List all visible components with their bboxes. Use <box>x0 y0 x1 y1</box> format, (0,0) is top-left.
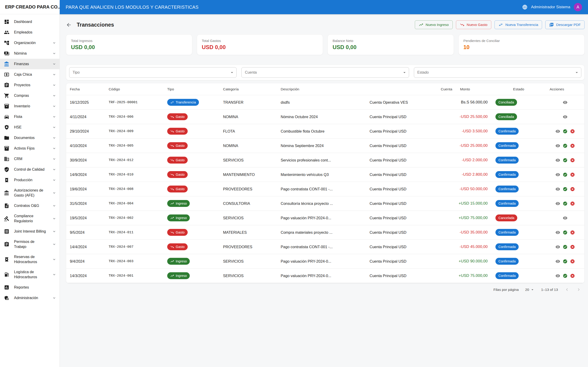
check-circle-icon[interactable] <box>563 172 568 177</box>
estado-badge: Conciliada <box>495 113 517 120</box>
check-circle-icon[interactable] <box>563 259 568 264</box>
avatar[interactable]: A <box>574 3 582 11</box>
estado-badge: Confirmada <box>495 200 519 207</box>
rows-per-page-select[interactable]: 20 <box>525 287 535 292</box>
chevron-down-icon <box>52 41 56 45</box>
filter-select[interactable]: Tipo <box>69 67 237 78</box>
chevron-down-icon <box>52 146 56 150</box>
check-circle-icon[interactable] <box>563 244 568 249</box>
sidebar-item[interactable]: Permisos de Trabajo <box>0 237 60 252</box>
sidebar-item[interactable]: Compliance Regulatorio <box>0 211 60 226</box>
sidebar-item[interactable]: Reservas de Hidrocarburos <box>0 252 60 267</box>
eye-icon[interactable] <box>555 273 560 278</box>
sidebar-item[interactable]: Nómina <box>0 48 60 59</box>
eye-icon[interactable] <box>555 129 560 134</box>
sidebar-item[interactable]: Organización <box>0 38 60 48</box>
row-actions <box>550 100 581 105</box>
back-button[interactable] <box>66 22 72 28</box>
sidebar-item[interactable]: Finanzas <box>0 59 60 69</box>
cancel-icon[interactable] <box>570 230 575 235</box>
eye-icon[interactable] <box>555 259 560 264</box>
header-action-button[interactable]: Nuevo Ingreso <box>415 20 453 29</box>
tipo-badge-label: Gasto <box>176 245 185 249</box>
sidebar-item[interactable]: Reportes <box>0 282 60 293</box>
cancel-icon[interactable] <box>570 201 575 206</box>
sidebar-item[interactable]: Inventario <box>0 101 60 111</box>
eye-icon[interactable] <box>555 244 560 249</box>
filter-select[interactable]: Cuenta <box>242 67 409 78</box>
estado-badge: Confirmada <box>495 243 519 250</box>
cell-tipo: Gasto <box>167 229 223 236</box>
next-page-button[interactable] <box>576 287 581 292</box>
sidebar-item[interactable]: Logística de Hidrocarburos <box>0 267 60 282</box>
cancel-icon[interactable] <box>570 187 575 192</box>
estado-badge: Confirmada <box>495 258 519 265</box>
tipo-badge: Ingreso <box>167 215 190 221</box>
header-action-button[interactable]: Descargar PDF <box>545 20 585 29</box>
sidebar-item[interactable]: HSE <box>0 122 60 133</box>
cell-codigo: TRX-2024-002 <box>109 216 167 220</box>
cell-estado: Confirmada <box>488 171 550 178</box>
chevron-down-icon <box>52 62 56 66</box>
cell-monto: -USD 2.000,00 <box>452 158 488 162</box>
sidebar-item[interactable]: Activos Fijos <box>0 143 60 154</box>
sidebar-item[interactable]: Contratos O&G <box>0 200 60 211</box>
header-action-button[interactable]: Nueva Transferencia <box>494 20 542 29</box>
cell-fecha: 4/11/2024 <box>70 115 109 119</box>
rows-per-page-value: 20 <box>525 288 529 292</box>
sidebar-item[interactable]: Flota <box>0 111 60 122</box>
document-icon <box>4 203 9 209</box>
eye-icon[interactable] <box>555 187 560 192</box>
sidebar-item[interactable]: Empleados <box>0 27 60 38</box>
cancel-icon[interactable] <box>570 273 575 278</box>
check-circle-icon[interactable] <box>563 230 568 235</box>
cell-categoria: MANTENIMIENTO <box>223 173 281 177</box>
filter-select[interactable]: Estado <box>414 67 581 78</box>
sidebar-item[interactable]: Autorizaciones de Gasto (AFE) <box>0 185 60 200</box>
cancel-icon[interactable] <box>570 143 575 148</box>
eye-icon[interactable] <box>563 115 568 119</box>
sidebar-item[interactable]: Control de Calidad <box>0 164 60 175</box>
eye-icon[interactable] <box>563 100 568 105</box>
cancel-icon[interactable] <box>570 129 575 134</box>
check-circle-icon[interactable] <box>563 201 568 206</box>
prev-page-button[interactable] <box>564 287 570 292</box>
sidebar-item[interactable]: Compras <box>0 90 60 101</box>
eye-icon[interactable] <box>563 216 568 220</box>
eye-icon[interactable] <box>555 201 560 206</box>
sidebar-item-label: Empleados <box>14 30 56 35</box>
cancel-icon[interactable] <box>570 259 575 264</box>
check-circle-icon[interactable] <box>563 143 568 148</box>
sidebar-item-label: CRM <box>14 156 48 161</box>
cancel-icon[interactable] <box>570 244 575 249</box>
cell-cuenta: Cuenta Operativa VES <box>370 100 452 105</box>
eye-icon[interactable] <box>555 172 560 177</box>
card-value: USD 0,00 <box>71 44 187 50</box>
sidebar-item[interactable]: Documentos <box>0 133 60 143</box>
sidebar-item[interactable]: Producción <box>0 175 60 185</box>
sidebar-item[interactable]: Proyectos <box>0 80 60 90</box>
globe-icon[interactable] <box>522 4 527 10</box>
table-row: 9/5/2024 TRX-2024-011 Gasto MATERIALES C… <box>66 225 584 240</box>
eye-icon[interactable] <box>555 230 560 235</box>
sidebar-item[interactable]: Joint Interest Billing <box>0 226 60 237</box>
dropdown-arrow-icon <box>574 70 579 75</box>
cell-monto: -USD 25.000,00 <box>452 143 488 148</box>
sidebar-item[interactable]: Administración <box>0 293 60 303</box>
eye-icon[interactable] <box>555 143 560 148</box>
eye-icon[interactable] <box>555 158 560 163</box>
cell-fecha: 14/3/2024 <box>70 274 109 278</box>
header-action-button[interactable]: Nuevo Gasto <box>456 20 491 29</box>
sidebar-item[interactable]: Caja Chica <box>0 69 60 80</box>
check-circle-icon[interactable] <box>563 273 568 278</box>
cancel-icon[interactable] <box>570 172 575 177</box>
cell-tipo: Ingreso <box>167 272 223 279</box>
sidebar-item-label: Nómina <box>14 51 48 56</box>
sidebar-item[interactable]: Dashboard <box>0 17 60 27</box>
check-circle-icon[interactable] <box>563 129 568 134</box>
sidebar-item[interactable]: CRM <box>0 154 60 164</box>
check-circle-icon[interactable] <box>563 187 568 192</box>
row-actions <box>550 158 581 163</box>
check-circle-icon[interactable] <box>563 158 568 163</box>
cancel-icon[interactable] <box>570 158 575 163</box>
